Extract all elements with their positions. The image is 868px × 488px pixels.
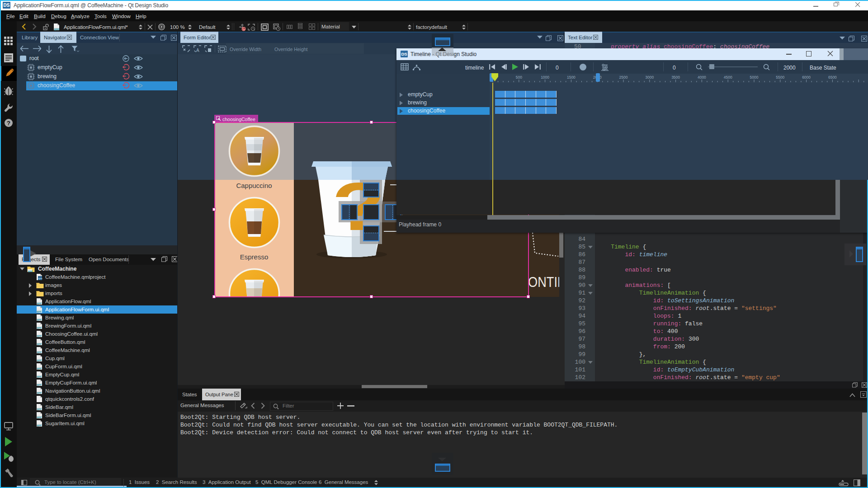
svg-text:1000: 1000 [541, 75, 549, 80]
svg-text:500: 500 [516, 75, 522, 80]
svg-text:qml: qml [37, 375, 42, 378]
svg-text:4500: 4500 [724, 75, 732, 80]
svg-text:2500: 2500 [619, 75, 628, 80]
svg-text:qml: qml [37, 391, 42, 394]
svg-text:5500: 5500 [776, 75, 784, 80]
svg-text:?: ? [7, 120, 10, 127]
svg-text:3000: 3000 [645, 75, 654, 80]
svg-text:qml: qml [37, 334, 42, 337]
svg-text:qml: qml [28, 270, 33, 272]
svg-text:qml: qml [37, 367, 42, 370]
svg-text:qml: qml [37, 310, 42, 313]
svg-text:qm: qm [38, 277, 42, 280]
svg-text:1500: 1500 [567, 75, 576, 80]
svg-text:qml: qml [37, 326, 42, 329]
svg-text:A: A [196, 48, 199, 52]
svg-text:qml: qml [37, 424, 42, 427]
svg-text:6000: 6000 [802, 75, 811, 80]
svg-text:6500: 6500 [828, 75, 837, 80]
svg-text:qml: qml [37, 416, 42, 418]
svg-text:qml: qml [37, 318, 42, 321]
svg-text:qml: qml [37, 302, 42, 305]
svg-text:4000: 4000 [698, 75, 706, 80]
svg-text:qml: qml [37, 343, 42, 345]
svg-text:qml: qml [37, 383, 42, 386]
svg-text:3500: 3500 [671, 75, 680, 80]
svg-text:qml: qml [37, 359, 42, 361]
svg-text:qml: qml [54, 28, 59, 31]
svg-text:qml: qml [37, 351, 42, 353]
svg-text:5000: 5000 [750, 75, 759, 80]
svg-text:qml: qml [37, 408, 42, 410]
